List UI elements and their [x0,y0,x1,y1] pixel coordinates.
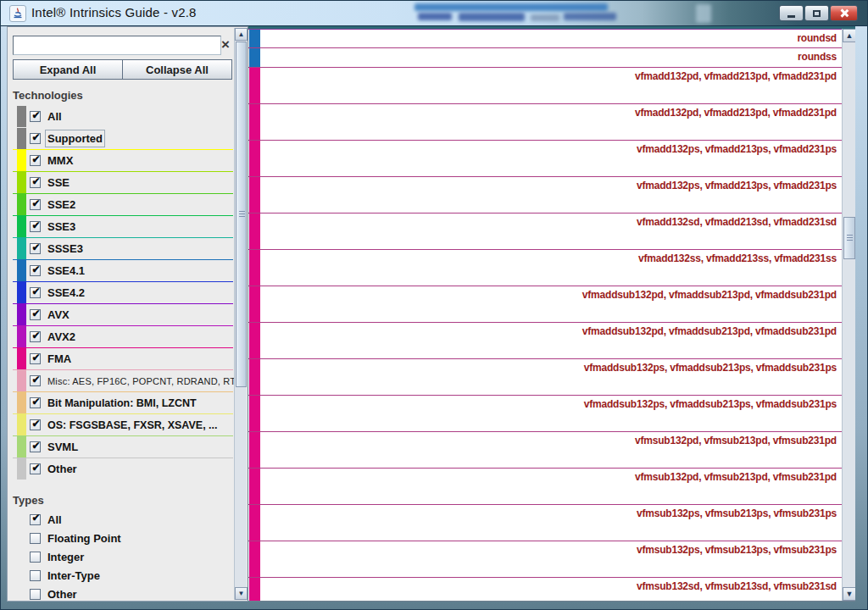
technology-color-bar [17,370,26,391]
technology-filter-row[interactable]: ✔ SVML [13,435,233,458]
checkbox[interactable]: ✔ [30,265,41,276]
intrinsic-row[interactable]: __m128d _mm_fmadd_sd (__m128d a, __m128d… [248,214,842,250]
checkbox[interactable]: ✔ [30,243,41,254]
maximize-button[interactable] [804,5,829,21]
type-filter-row[interactable]: Integer [13,547,233,566]
clear-search-icon[interactable]: × [221,37,230,52]
check-icon: ✔ [31,396,40,407]
main-scrollbar[interactable]: ▲ ▼ [842,29,855,601]
technology-filter-row[interactable]: ✔ Supported [13,127,233,149]
scroll-down-icon[interactable]: ▼ [235,587,248,600]
technology-color-bar [17,260,26,281]
checkbox[interactable]: ✔ [30,155,41,166]
technology-filter-row[interactable]: ✔ FMA [13,347,233,369]
thumb-grip-icon [847,235,853,241]
checkbox[interactable]: ✔ [30,309,41,320]
checkbox[interactable]: ✔ [30,111,41,122]
technology-filter-row[interactable]: ✔ SSE4.1 [13,259,233,281]
intrinsic-row[interactable]: __m256d _mm256_fmsub_pd (__m256d a, __m2… [248,469,842,505]
type-filter-row[interactable]: Inter-Type [13,566,233,585]
type-filter-row[interactable]: Other [13,585,233,603]
checkbox[interactable] [30,552,41,563]
technology-filter-row[interactable]: ✔ All [13,105,233,127]
intrinsic-row[interactable]: __m128 _mm_floor_ss (__m128 a, __m128 b)… [248,48,842,68]
intrinsic-row[interactable]: __m128 _mm_fmsub_ps (__m128 a, __m128 b,… [248,505,842,541]
technology-filter-row[interactable]: ✔ SSSE3 [13,237,233,259]
intrinsic-row[interactable]: __m128d _mm_fmaddsub_pd (__m128d a, __m1… [248,286,842,323]
check-icon: ✔ [31,513,40,523]
checkbox[interactable]: ✔ [30,133,41,144]
scroll-up-icon[interactable]: ▲ [843,29,855,42]
technology-filter-row[interactable]: ✔ MMX [13,149,233,171]
intrinsic-row[interactable]: __m128d _mm_fmadd_pd (__m128d a, __m128d… [248,68,842,104]
technology-filter-row[interactable]: ✔ Other [13,458,233,480]
technology-filter-row[interactable]: ✔ OS: FSGSBASE, FXSR, XSAVE, ... [13,413,233,435]
instruction-names: vfmadd132ps, vfmadd213ps, vfmadd231ps [637,143,837,155]
checkbox[interactable] [30,533,41,544]
technology-filter-row[interactable]: ✔ AVX2 [13,325,233,347]
technology-filter-row[interactable]: ✔ Misc: AES, FP16C, POPCNT, RDRAND, RTM,… [13,369,233,391]
technology-filter-row[interactable]: ✔ SSE [13,171,233,193]
checkbox[interactable]: ✔ [30,419,41,430]
intrinsic-row[interactable]: __m128d _mm_floor_sd (__m128d a, __m128d… [248,29,842,48]
filter-groups: Technologies ✔ All ✔ Supported ✔ MMX ✔ S… [13,86,233,603]
checkbox[interactable]: ✔ [30,514,41,525]
types-list: ✔ All Floating Point Integer Inter-Type … [13,510,233,603]
technology-filter-row[interactable]: ✔ SSE2 [13,193,233,215]
scroll-up-icon[interactable]: ▲ [235,28,248,41]
expand-all-button[interactable]: Expand All [14,60,122,79]
technology-color-bar [17,348,26,369]
type-filter-row[interactable]: ✔ All [13,510,233,529]
technology-filter-row[interactable]: ✔ Bit Manipulation: BMI, LZCNT [13,391,233,413]
type-filter-row[interactable]: Floating Point [13,529,233,547]
checkbox[interactable]: ✔ [30,199,41,210]
checkbox[interactable]: ✔ [30,441,41,452]
technology-filter-row[interactable]: ✔ SSE4.2 [13,281,233,303]
background-window-artifact [459,13,525,21]
check-icon: ✔ [31,441,40,451]
intrinsic-row[interactable]: __m256 _mm256_fmadd_ps (__m256 a, __m256… [248,177,842,214]
check-icon: ✔ [31,352,40,363]
intrinsic-row[interactable]: __m256d _mm256_fmaddsub_pd (__m256d a, _… [248,323,842,359]
minimize-button[interactable] [779,5,804,21]
checkbox[interactable]: ✔ [30,331,41,342]
check-icon: ✔ [31,308,40,319]
check-icon: ✔ [31,110,40,120]
intrinsic-row[interactable]: __m128 _mm_fmadd_ps (__m128 a, __m128 b,… [248,141,842,177]
intrinsic-row[interactable]: __m128 _mm_fmaddsub_ps (__m128 a, __m128… [248,359,842,396]
intrinsic-row[interactable]: __m128d _mm_fmsub_sd (__m128d a, __m128d… [248,578,842,602]
intrinsic-row[interactable]: __m128d _mm_fmsub_pd (__m128d a, __m128d… [248,432,842,469]
checkbox[interactable] [30,570,41,581]
technology-filter-row[interactable]: ✔ SSE3 [13,215,233,237]
checkbox[interactable]: ✔ [30,177,41,188]
intrinsic-row[interactable]: __m256d _mm256_fmadd_pd (__m256d a, __m2… [248,104,842,141]
technology-color-bar [249,359,260,395]
checkbox[interactable]: ✔ [30,375,41,386]
technology-color-bar [249,250,260,286]
checkbox[interactable]: ✔ [30,287,41,298]
check-icon: ✔ [31,132,40,142]
intrinsic-signature: __m128d _mm_floor_sd (__m128d a, __m128d… [248,30,842,48]
checkbox[interactable] [30,589,41,600]
titlebar[interactable]: Intel® Intrinsics Guide - v2.8 [1,1,867,26]
intrinsic-row[interactable]: __m256 _mm256_fmaddsub_ps (__m256 a, __m… [248,396,842,432]
main-scrollbar-thumb[interactable] [843,217,855,259]
technology-color-bar [249,469,260,504]
collapse-all-button[interactable]: Collapse All [122,60,231,79]
search-input[interactable] [13,36,221,55]
checkbox[interactable]: ✔ [30,397,41,408]
sidebar-scrollbar-thumb[interactable] [236,42,247,387]
close-button[interactable] [830,5,858,21]
intrinsic-row[interactable]: __m256 _mm256_fmsub_ps (__m256 a, __m256… [248,541,842,578]
check-icon: ✔ [31,374,40,385]
sidebar-scrollbar[interactable]: ▲ ▼ [234,28,247,600]
intrinsic-row[interactable]: __m128 _mm_fmadd_ss (__m128 a, __m128 b,… [248,250,842,286]
scroll-down-icon[interactable]: ▼ [843,587,855,601]
technology-label: SSE4.1 [47,264,85,277]
checkbox[interactable]: ✔ [30,221,41,232]
checkbox[interactable]: ✔ [30,353,41,364]
check-icon: ✔ [31,154,40,164]
technology-filter-row[interactable]: ✔ AVX [13,303,233,325]
technology-label: SSE2 [47,198,75,211]
checkbox[interactable]: ✔ [30,463,41,474]
